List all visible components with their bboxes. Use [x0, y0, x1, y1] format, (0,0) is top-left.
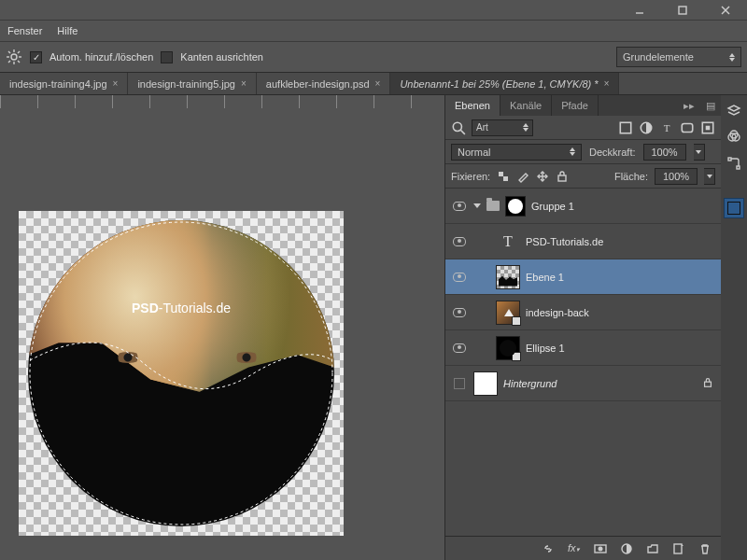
tab-ebenen[interactable]: Ebenen	[445, 95, 500, 116]
mask-icon[interactable]	[594, 542, 607, 555]
lock-brush-icon[interactable]	[516, 170, 529, 183]
new-group-icon[interactable]	[646, 542, 659, 555]
menu-hilfe[interactable]: Hilfe	[57, 25, 78, 36]
shape-badge-icon	[512, 352, 521, 361]
menu-fenster[interactable]: Fenster	[7, 25, 42, 36]
blend-opacity-row: Normal Deckkraft: 100%	[445, 140, 721, 164]
filter-kind-select[interactable]: Art	[472, 119, 533, 136]
fx-icon[interactable]: fx▾	[568, 542, 581, 555]
link-layers-icon[interactable]	[542, 542, 555, 555]
menu-bar: Fenster Hilfe	[0, 21, 747, 41]
visibility-toggle[interactable]	[445, 202, 473, 211]
layer-thumb[interactable]	[496, 265, 520, 289]
collapsed-panel-strip	[721, 95, 747, 560]
fill-value[interactable]: 100%	[655, 168, 698, 185]
channels-panel-icon[interactable]	[724, 127, 744, 147]
filter-shape-icon[interactable]	[680, 120, 695, 135]
svg-rect-1	[679, 7, 686, 14]
layer-name[interactable]: Ellipse 1	[526, 343, 565, 354]
blend-mode-select[interactable]: Normal	[451, 144, 582, 161]
layer-row-background[interactable]: Hintergrund	[445, 366, 721, 401]
layer-thumb[interactable]	[496, 336, 520, 360]
type-icon: T	[496, 233, 520, 250]
document-tab-active[interactable]: Unbenannt-1 bei 25% (Ebene 1, CMYK/8) *×	[390, 73, 619, 94]
svg-rect-22	[503, 176, 508, 181]
layer-row-shape[interactable]: Ellipse 1	[445, 330, 721, 366]
align-edges-label: Kanten ausrichten	[180, 51, 263, 63]
layer-name[interactable]: PSD-Tutorials.de	[526, 236, 603, 247]
document-tab-label: indesign-training5.jpg	[137, 78, 235, 90]
auto-add-delete-checkbox[interactable]	[30, 51, 42, 63]
document-tab[interactable]: indesign-training5.jpg×	[128, 73, 256, 94]
lock-icon	[702, 377, 713, 390]
adjustment-layer-icon[interactable]	[620, 542, 633, 555]
layers-panel-icon[interactable]	[724, 101, 744, 121]
layer-row-text[interactable]: T PSD-Tutorials.de	[445, 224, 721, 259]
new-layer-icon[interactable]	[672, 542, 685, 555]
tab-kanaele[interactable]: Kanäle	[500, 95, 552, 116]
document-tab[interactable]: indesign-training4.jpg×	[0, 73, 128, 94]
ruler-horizontal	[0, 95, 444, 108]
color-panel-icon[interactable]	[724, 198, 744, 218]
window-minimize-button[interactable]	[618, 0, 661, 20]
trash-icon[interactable]	[698, 542, 712, 555]
options-bar: Autom. hinzuf./löschen Kanten ausrichten…	[0, 41, 747, 73]
close-icon[interactable]: ×	[375, 78, 381, 89]
lock-all-icon[interactable]	[556, 170, 569, 183]
chevron-down-icon[interactable]	[473, 203, 481, 208]
workspace-preset-dropdown[interactable]: Grundelemente	[616, 47, 741, 67]
filter-adjustment-icon[interactable]	[639, 120, 654, 135]
svg-line-11	[18, 51, 20, 53]
eye-icon	[453, 308, 466, 317]
tab-pfade[interactable]: Pfade	[552, 95, 599, 116]
layer-mask-thumb[interactable]	[505, 196, 526, 217]
layer-name[interactable]: Ebene 1	[526, 272, 564, 283]
lock-transparency-icon[interactable]	[497, 170, 510, 183]
artwork-disc: PSD-Tutorials.de	[28, 220, 334, 526]
search-icon[interactable]	[451, 120, 466, 135]
layer-row-group[interactable]: Gruppe 1	[445, 189, 721, 224]
blend-mode-value: Normal	[458, 147, 490, 158]
canvas-area[interactable]: PSD-Tutorials.de	[0, 95, 444, 560]
close-icon[interactable]: ×	[113, 78, 119, 89]
tool-preset-icon[interactable]	[6, 49, 22, 65]
layers-panel-footer: fx▾	[445, 536, 721, 560]
visibility-toggle[interactable]	[445, 237, 473, 246]
svg-line-15	[460, 130, 465, 134]
visibility-toggle[interactable]	[445, 308, 473, 317]
window-titlebar	[0, 0, 747, 21]
layer-thumb[interactable]	[496, 301, 520, 325]
layer-name[interactable]: indesign-back	[526, 307, 589, 318]
opacity-value[interactable]: 100%	[643, 144, 686, 161]
filter-smart-icon[interactable]	[700, 120, 715, 135]
svg-line-9	[8, 51, 10, 53]
visibility-toggle[interactable]	[445, 378, 473, 389]
window-maximize-button[interactable]	[661, 0, 704, 20]
document-canvas[interactable]: PSD-Tutorials.de	[19, 211, 344, 536]
svg-line-10	[18, 61, 20, 63]
lock-position-icon[interactable]	[536, 170, 549, 183]
svg-rect-33	[737, 166, 740, 169]
visibility-toggle[interactable]	[445, 273, 473, 282]
visibility-toggle[interactable]	[445, 343, 473, 353]
layer-name[interactable]: Hintergrund	[503, 378, 557, 389]
filter-type-icon[interactable]: T	[659, 120, 674, 135]
align-edges-checkbox[interactable]	[161, 51, 173, 63]
smart-object-badge-icon	[512, 316, 521, 326]
panel-menu-icon[interactable]: ▤	[700, 95, 721, 116]
opacity-stepper[interactable]	[694, 144, 705, 161]
document-tab[interactable]: aufkleber-indesign.psd×	[257, 73, 391, 94]
fill-stepper[interactable]	[704, 168, 715, 185]
close-icon[interactable]: ×	[604, 78, 610, 89]
layer-name[interactable]: Gruppe 1	[531, 201, 574, 212]
auto-add-delete-label: Autom. hinzuf./löschen	[49, 51, 153, 63]
layer-thumb[interactable]	[473, 371, 498, 396]
close-icon[interactable]: ×	[241, 78, 247, 89]
paths-panel-icon[interactable]	[724, 153, 744, 174]
filter-pixel-icon[interactable]	[618, 120, 633, 135]
window-close-button[interactable]	[704, 0, 747, 20]
panel-collapse-icon[interactable]: ▸▸	[678, 95, 700, 116]
layer-row-smart[interactable]: indesign-back	[445, 295, 721, 330]
layer-row-raster[interactable]: Ebene 1	[445, 259, 721, 295]
document-tabs: indesign-training4.jpg× indesign-trainin…	[0, 73, 747, 95]
